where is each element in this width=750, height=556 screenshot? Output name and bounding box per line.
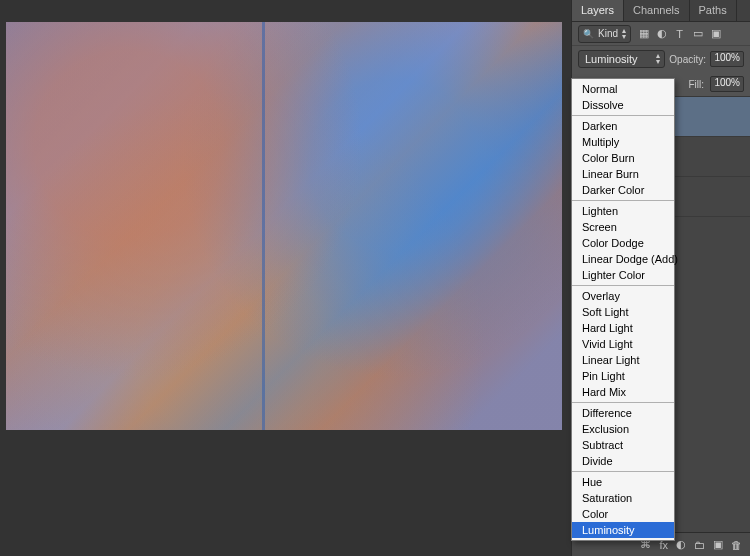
blend-mode-button[interactable]: Luminosity ▴▾ bbox=[578, 50, 665, 68]
blend-mode-item[interactable]: Saturation bbox=[572, 490, 674, 506]
blend-mode-item[interactable]: Color Burn bbox=[572, 150, 674, 166]
blend-mode-item[interactable]: Linear Burn bbox=[572, 166, 674, 182]
layer-filter-row: Kind ▴▾ ▦ ◐ T ▭ ▣ bbox=[572, 22, 750, 46]
opacity-field[interactable]: 100% bbox=[710, 51, 744, 67]
blend-mode-item[interactable]: Hard Mix bbox=[572, 384, 674, 400]
blend-mode-item[interactable]: Soft Light bbox=[572, 304, 674, 320]
tab-channels[interactable]: Channels bbox=[624, 0, 689, 21]
delete-layer-icon[interactable]: 🗑 bbox=[731, 539, 742, 551]
blend-mode-item[interactable]: Color Dodge bbox=[572, 235, 674, 251]
search-icon bbox=[583, 28, 594, 39]
opacity-label: Opacity: bbox=[669, 54, 706, 65]
stepper-arrows-icon: ▴▾ bbox=[622, 28, 626, 40]
filter-kind-label: Kind bbox=[598, 28, 618, 39]
blend-opacity-row: Luminosity ▴▾ Opacity: 100% bbox=[572, 46, 750, 72]
blend-mode-item[interactable]: Linear Light bbox=[572, 352, 674, 368]
new-layer-icon[interactable]: ▣ bbox=[713, 538, 723, 551]
blend-mode-item[interactable]: Dissolve bbox=[572, 97, 674, 113]
filter-shape-icon[interactable]: ▭ bbox=[691, 27, 704, 40]
filter-type-icons: ▦ ◐ T ▭ ▣ bbox=[637, 27, 722, 40]
filter-pixel-icon[interactable]: ▦ bbox=[637, 27, 650, 40]
filter-type-icon[interactable]: T bbox=[673, 27, 686, 40]
document-canvas[interactable] bbox=[6, 22, 562, 430]
blend-mode-item[interactable]: Screen bbox=[572, 219, 674, 235]
blend-mode-item[interactable]: Multiply bbox=[572, 134, 674, 150]
layer-mask-icon[interactable]: ◐ bbox=[676, 538, 686, 551]
filter-kind-dropdown[interactable]: Kind ▴▾ bbox=[578, 25, 631, 43]
stepper-arrows-icon: ▴▾ bbox=[656, 53, 660, 65]
fill-label: Fill: bbox=[688, 79, 704, 90]
blend-mode-item[interactable]: Pin Light bbox=[572, 368, 674, 384]
tab-paths[interactable]: Paths bbox=[690, 0, 737, 21]
new-group-icon[interactable]: 🗀 bbox=[694, 539, 705, 551]
blend-mode-item[interactable]: Darker Color bbox=[572, 182, 674, 198]
blend-mode-item[interactable]: Divide bbox=[572, 453, 674, 469]
blend-mode-item[interactable]: Linear Dodge (Add) bbox=[572, 251, 674, 267]
blend-mode-item[interactable]: Exclusion bbox=[572, 421, 674, 437]
blend-mode-item[interactable]: Lighter Color bbox=[572, 267, 674, 283]
blend-mode-item[interactable]: Color bbox=[572, 506, 674, 522]
blend-mode-menu[interactable]: NormalDissolveDarkenMultiplyColor BurnLi… bbox=[571, 78, 675, 541]
blend-mode-item[interactable]: Luminosity bbox=[572, 522, 674, 538]
blend-mode-item[interactable]: Overlay bbox=[572, 288, 674, 304]
blend-mode-item[interactable]: Lighten bbox=[572, 203, 674, 219]
blend-mode-item[interactable]: Vivid Light bbox=[572, 336, 674, 352]
filter-smart-icon[interactable]: ▣ bbox=[709, 27, 722, 40]
blend-mode-item[interactable]: Darken bbox=[572, 118, 674, 134]
tab-layers[interactable]: Layers bbox=[572, 0, 624, 21]
blend-mode-item[interactable]: Hard Light bbox=[572, 320, 674, 336]
blend-mode-item[interactable]: Difference bbox=[572, 405, 674, 421]
panel-tab-bar: Layers Channels Paths bbox=[572, 0, 750, 22]
blend-mode-item[interactable]: Subtract bbox=[572, 437, 674, 453]
blend-mode-item[interactable]: Hue bbox=[572, 474, 674, 490]
filter-adjustment-icon[interactable]: ◐ bbox=[655, 27, 668, 40]
blend-mode-item[interactable]: Normal bbox=[572, 81, 674, 97]
fill-field[interactable]: 100% bbox=[710, 76, 744, 92]
blend-mode-select[interactable]: Luminosity ▴▾ bbox=[578, 50, 665, 68]
blend-mode-value: Luminosity bbox=[585, 53, 638, 65]
